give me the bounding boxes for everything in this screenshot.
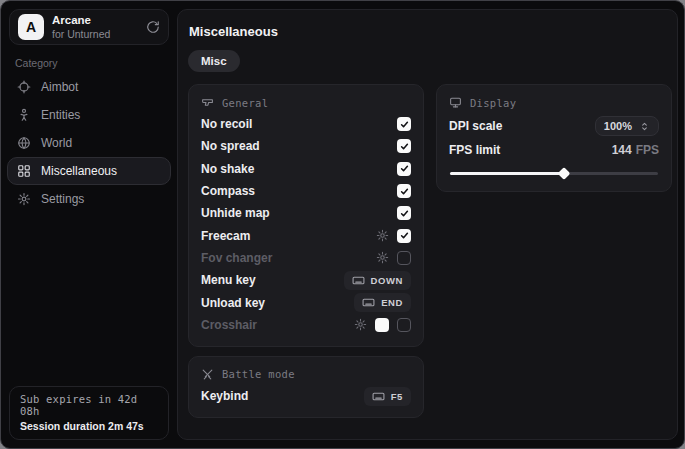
row-label: Crosshair [201,318,257,332]
sidebar-item-label: Entities [41,108,80,122]
row-label: Keybind [201,389,248,403]
keyboard-icon [352,274,365,287]
battle-mode-panel: Battle mode Keybind F5 [188,356,424,418]
sub-expiry-text: Sub expires in 42d 08h [20,393,158,417]
sidebar-item-label: World [41,136,72,150]
row-label: Compass [201,184,255,198]
row-label: No spread [201,139,260,153]
sidebar-item-miscellaneous[interactable]: Miscellaneous [7,157,171,185]
fps-limit-slider[interactable] [450,166,658,180]
sidebar-item-label: Miscellaneous [41,164,117,178]
display-panel: Display DPI scale 100% [436,84,672,192]
tab-misc[interactable]: Misc [188,50,240,72]
avatar: A [18,14,44,40]
keyboard-icon [362,296,375,309]
row-label: DPI scale [449,119,502,133]
no-recoil-checkbox[interactable] [397,117,411,131]
gun-icon [201,96,214,109]
general-panel: General No recoil No spread [188,84,424,347]
row-unload-key: Unload key END [201,291,411,313]
category-label: Category [15,57,58,69]
left-column: General No recoil No spread [188,84,424,418]
battle-mode-panel-title: Battle mode [222,368,295,380]
right-column: Display DPI scale 100% [436,84,672,192]
freecam-checkbox[interactable] [397,229,411,243]
row-label: Menu key [201,273,256,287]
brand-name: Arcane [52,14,138,27]
sidebar: A Arcane for Unturned Category Aimbot [1,1,177,448]
row-label: No shake [201,162,254,176]
row-label: Fov changer [201,251,272,265]
battle-keybind-value: F5 [391,391,403,402]
sidebar-item-aimbot[interactable]: Aimbot [7,73,171,101]
tab-bar: Misc [188,50,667,72]
entities-icon [17,108,31,122]
battle-mode-panel-header: Battle mode [201,368,411,381]
menu-key-binding[interactable]: DOWN [344,271,411,290]
row-label: Unload key [201,296,265,310]
display-panel-header: Display [449,96,659,109]
unhide-map-checkbox[interactable] [397,206,411,220]
monitor-icon [449,96,462,109]
display-panel-title: Display [470,97,516,109]
row-menu-key: Menu key DOWN [201,269,411,291]
app-window: A Arcane for Unturned Category Aimbot [0,0,685,449]
sidebar-item-entities[interactable]: Entities [7,101,171,129]
general-panel-header: General [201,96,411,109]
fov-changer-settings-gear-icon[interactable] [376,251,389,264]
keyboard-icon [372,390,385,403]
crosshair-icon [17,80,31,94]
row-unhide-map: Unhide map [201,202,411,224]
brand-subtitle: for Unturned [52,28,138,40]
row-label: Unhide map [201,206,270,220]
subscription-card: Sub expires in 42d 08h Session duration … [9,386,169,440]
fps-limit-value: 144FPS [612,143,659,157]
no-shake-checkbox[interactable] [397,162,411,176]
sidebar-item-label: Settings [41,192,84,206]
row-no-shake: No shake [201,158,411,180]
row-freecam: Freecam [201,224,411,246]
slider-thumb[interactable] [558,167,571,180]
gear-icon [17,192,31,206]
compass-checkbox[interactable] [397,184,411,198]
unload-key-value: END [381,297,403,308]
crosshair-color-swatch[interactable] [375,318,389,332]
sidebar-item-settings[interactable]: Settings [7,185,171,213]
grid-icon [17,164,31,178]
sidebar-item-label: Aimbot [41,80,78,94]
brand-card: A Arcane for Unturned [9,9,169,45]
no-spread-checkbox[interactable] [397,139,411,153]
dpi-scale-value: 100% [604,120,632,132]
row-compass: Compass [201,180,411,202]
sync-icon[interactable] [146,20,160,34]
content-columns: General No recoil No spread [188,84,667,418]
dpi-scale-select[interactable]: 100% [595,116,659,136]
crosshair-settings-gear-icon[interactable] [354,318,367,331]
session-duration-text: Session duration 2m 47s [20,420,158,432]
row-no-spread: No spread [201,135,411,157]
unload-key-binding[interactable]: END [354,293,411,312]
row-label: No recoil [201,117,252,131]
crosshair-checkbox[interactable] [397,318,411,332]
brand-text: Arcane for Unturned [52,14,138,39]
row-label: FPS limit [449,143,500,157]
row-dpi-scale: DPI scale 100% [449,113,659,139]
row-fov-changer: Fov changer [201,247,411,269]
row-no-recoil: No recoil [201,113,411,135]
sidebar-item-world[interactable]: World [7,129,171,157]
row-keybind: Keybind F5 [201,385,411,407]
sidebar-nav: Aimbot Entities World [7,73,171,213]
fov-changer-checkbox[interactable] [397,251,411,265]
battle-keybind[interactable]: F5 [364,387,411,406]
row-label: Freecam [201,229,250,243]
row-fps-limit: FPS limit 144FPS [449,139,659,161]
general-panel-title: General [222,97,268,109]
globe-icon [17,136,31,150]
page-title: Miscellaneous [189,24,667,39]
swords-icon [201,368,214,381]
row-crosshair: Crosshair [201,314,411,336]
slider-fill [450,172,564,175]
freecam-settings-gear-icon[interactable] [376,229,389,242]
menu-key-value: DOWN [371,275,403,286]
chevrons-up-down-icon [639,121,650,132]
